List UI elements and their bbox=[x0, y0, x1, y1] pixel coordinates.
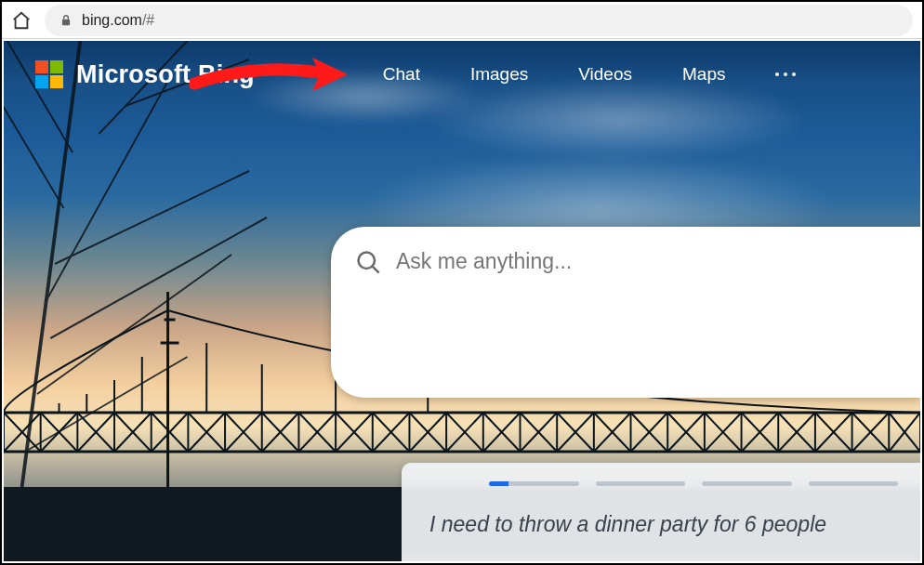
svg-line-6 bbox=[55, 171, 249, 264]
nav-maps[interactable]: Maps bbox=[682, 64, 725, 85]
svg-line-103 bbox=[373, 267, 379, 273]
suggestion-text[interactable]: I need to throw a dinner party for 6 peo… bbox=[429, 512, 898, 537]
pager-dot-2[interactable] bbox=[596, 481, 686, 486]
nav-videos[interactable]: Videos bbox=[578, 64, 632, 85]
site-header: Microsoft Bing Chat Images Videos Maps bbox=[35, 56, 920, 93]
brand-name[interactable]: Microsoft Bing bbox=[76, 60, 255, 89]
suggestion-card[interactable]: I need to throw a dinner party for 6 peo… bbox=[402, 463, 920, 561]
primary-nav: Chat Images Videos Maps bbox=[383, 64, 797, 85]
pager-dot-4[interactable] bbox=[809, 481, 899, 486]
pager-dot-1[interactable] bbox=[489, 481, 579, 486]
browser-address-bar: bing.com/# bbox=[2, 2, 922, 39]
svg-rect-0 bbox=[62, 19, 70, 24]
home-icon[interactable] bbox=[11, 10, 32, 31]
address-input[interactable]: bing.com/# bbox=[45, 5, 913, 36]
suggestion-pager[interactable] bbox=[489, 481, 898, 486]
nav-images[interactable]: Images bbox=[470, 64, 528, 85]
search-box[interactable] bbox=[331, 227, 920, 398]
microsoft-logo-icon[interactable] bbox=[35, 60, 63, 88]
lock-icon bbox=[59, 13, 73, 28]
search-input[interactable] bbox=[396, 247, 902, 275]
nav-more-icon[interactable] bbox=[775, 65, 796, 84]
svg-line-2 bbox=[46, 78, 170, 301]
svg-point-102 bbox=[359, 253, 376, 269]
pager-dot-3[interactable] bbox=[702, 481, 792, 486]
url-text: bing.com/# bbox=[82, 12, 154, 29]
nav-chat[interactable]: Chat bbox=[383, 64, 420, 85]
search-icon bbox=[355, 249, 381, 275]
bing-homepage: Microsoft Bing Chat Images Videos Maps bbox=[4, 41, 920, 561]
